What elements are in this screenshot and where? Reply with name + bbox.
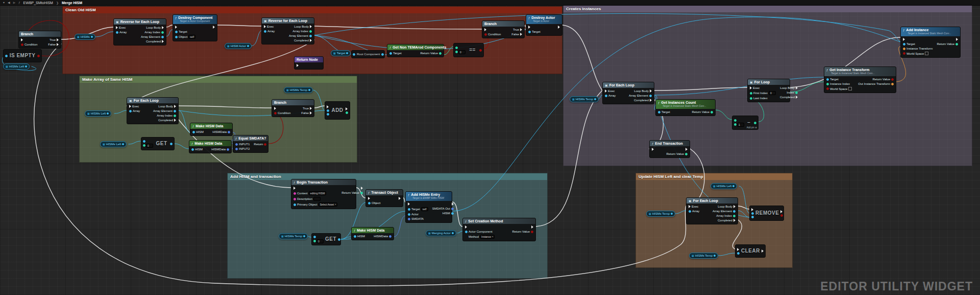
value-box[interactable]: 0 [146, 144, 153, 148]
obj-pin[interactable] [353, 53, 355, 56]
obj-pin[interactable] [91, 36, 93, 38]
exec-pin[interactable] [361, 187, 363, 190]
bool-pin[interactable] [780, 214, 783, 217]
obj-pin[interactable] [649, 95, 652, 97]
checkbox[interactable] [848, 87, 852, 90]
exec-pin[interactable] [274, 107, 276, 110]
comment-title[interactable]: Add HISM and transaction [228, 173, 547, 180]
int-pin[interactable] [313, 240, 316, 242]
node-make-hism-data[interactable]: ƒMake HISM DataHISMHISMData [351, 227, 394, 240]
obj-pin[interactable] [368, 202, 371, 205]
exec-pin[interactable] [297, 64, 299, 67]
exec-pin[interactable] [796, 96, 798, 99]
exec-pin[interactable] [21, 38, 23, 41]
node-branch[interactable]: BranchConditionTrueFalse [18, 31, 61, 49]
comment-title[interactable]: Creates Instances [564, 6, 972, 12]
blueprint-canvas[interactable]: Clean Old HISMCreates InstancesMake Arra… [0, 0, 980, 295]
exec-pin[interactable] [484, 28, 486, 31]
node-for-each-loop[interactable]: ▣For Each LoopExecArrayLoop BodyArray El… [602, 82, 654, 104]
exec-pin[interactable] [57, 38, 59, 41]
obj-pin[interactable] [25, 65, 27, 67]
obj-pin[interactable] [671, 213, 673, 215]
obj-pin[interactable] [327, 113, 329, 116]
exec-pin[interactable] [685, 148, 688, 151]
exec-pin[interactable] [129, 105, 131, 108]
obj-pin[interactable] [408, 213, 410, 216]
obj-pin[interactable] [313, 236, 316, 238]
breadcrumb-root[interactable]: EWBP_SMtoHISM [23, 1, 53, 5]
obj-pin[interactable] [751, 212, 754, 215]
value-box[interactable]: self [421, 207, 428, 211]
node-is-empty[interactable]: IS EMPTY [3, 49, 42, 62]
obj-pin[interactable] [5, 55, 8, 57]
obj-pin[interactable] [170, 143, 173, 145]
node-reverse-for-each-loop[interactable]: ▣Reverse for Each LoopExecArrayLoop Body… [261, 17, 314, 44]
int-pin[interactable] [439, 52, 442, 55]
node-make-hism-data[interactable]: ƒMake HISM DataHISMHISMData [189, 140, 232, 153]
exec-pin[interactable] [310, 107, 312, 110]
exec-pin[interactable] [780, 210, 782, 213]
comment-title[interactable]: Clean Old HISM [63, 7, 562, 13]
node-destroy-component[interactable]: ƒDestroy ComponentTarget is Actor Compon… [173, 14, 217, 41]
exec-pin[interactable] [465, 225, 467, 229]
int-pin[interactable] [143, 144, 145, 147]
exec-pin[interactable] [310, 111, 312, 115]
obj-pin[interactable] [714, 255, 716, 257]
obj-pin[interactable] [452, 232, 454, 234]
variable-target[interactable]: ▦Target [331, 50, 351, 56]
obj-pin[interactable] [122, 143, 124, 145]
variable-hisms-left[interactable]: ▦HISMs Left [85, 110, 111, 117]
exec-pin[interactable] [293, 187, 296, 190]
exec-pin[interactable] [368, 197, 370, 200]
exec-pin[interactable] [528, 26, 530, 29]
node-destroy-actor[interactable]: ƒDestroy ActorTarget is ActorTarget [526, 14, 562, 36]
exec-pin[interactable] [733, 219, 736, 222]
obj-pin[interactable] [689, 210, 691, 213]
obj-pin[interactable] [594, 98, 596, 100]
node-[interactable]: 1−Add pin ⊕ [732, 116, 758, 130]
int-pin[interactable] [309, 30, 312, 33]
variable-hisms-temp[interactable]: ▦HISMs Temp [279, 233, 308, 239]
struct-pin[interactable] [408, 218, 410, 220]
node-branch[interactable]: BranchConditionTrueFalse [482, 20, 525, 38]
int-pin[interactable] [710, 111, 713, 114]
obj-pin[interactable] [192, 131, 195, 133]
node-root-component[interactable]: Root Component [351, 50, 385, 58]
bool-pin[interactable] [531, 231, 533, 233]
node-get[interactable]: 0GET [141, 137, 175, 150]
obj-pin[interactable] [408, 208, 410, 211]
int-pin[interactable] [346, 111, 348, 114]
obj-pin[interactable] [293, 203, 296, 206]
node-add-instance[interactable]: ƒAdd InstanceTarget is Instanced Static … [900, 27, 961, 58]
value-box[interactable]: editing HISM [309, 191, 327, 195]
int-pin[interactable] [795, 92, 798, 94]
value-box[interactable]: 0 [769, 91, 776, 95]
exec-pin[interactable] [558, 26, 560, 29]
obj-pin[interactable] [303, 235, 305, 237]
exec-pin[interactable] [174, 105, 176, 108]
int-pin[interactable] [455, 47, 458, 49]
exec-pin[interactable] [57, 43, 59, 46]
node-transact-object[interactable]: ƒTransact ObjectObject [365, 189, 403, 207]
obj-pin[interactable] [143, 140, 145, 143]
exec-pin[interactable] [762, 249, 764, 253]
obj-pin[interactable] [903, 43, 905, 46]
node-return-node[interactable]: Return Node [294, 56, 324, 70]
int-pin[interactable] [750, 92, 752, 95]
variable-hisms-temp[interactable]: ▦HISMs Temp [689, 253, 718, 259]
value-box[interactable]: self [188, 35, 195, 39]
exec-pin[interactable] [531, 225, 533, 229]
exec-pin[interactable] [796, 86, 798, 89]
obj-pin[interactable] [528, 31, 531, 33]
variable-hisms[interactable]: ▦HISMs [75, 34, 95, 40]
obj-pin[interactable] [175, 36, 178, 38]
variable-hisms-temp[interactable]: ▦HISMs Temp [570, 96, 599, 102]
obj-pin[interactable] [732, 185, 734, 187]
exec-pin[interactable] [327, 105, 329, 108]
breadcrumb-page[interactable]: Merge HISM [62, 1, 82, 5]
node-make-hism-data[interactable]: ƒMake HISM DataHISMHISMData [190, 123, 233, 136]
node-get-non-temarod-components[interactable]: ƒGet Non TEMArod ComponentsTargetReturn … [387, 44, 444, 57]
node-set-creation-method[interactable]: ƒSet Creation MethodActor ComponentMetho… [462, 218, 536, 241]
obj-pin[interactable] [338, 238, 340, 241]
transform-pin[interactable] [891, 83, 894, 85]
